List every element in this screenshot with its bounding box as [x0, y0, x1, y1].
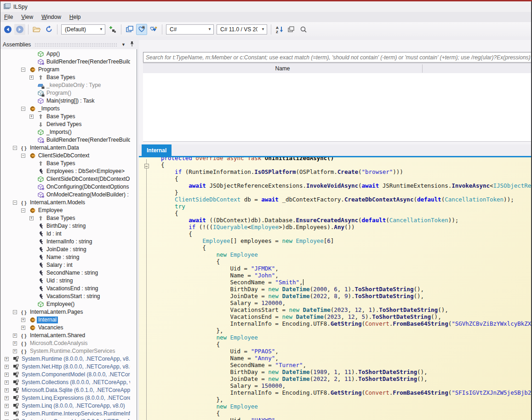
tree-item[interactable]: +Base Types: [0, 214, 130, 222]
tree-item[interactable]: Name : string: [0, 253, 130, 261]
tree-expander[interactable]: +: [5, 380, 9, 385]
sort-assemblies-icon[interactable]: AZ: [274, 24, 285, 35]
tree-expander[interactable]: −: [21, 68, 25, 72]
tree-item[interactable]: Salary : int: [0, 261, 130, 269]
tree-item[interactable]: _Imports(): [0, 128, 130, 136]
tree-expander[interactable]: +: [13, 334, 17, 338]
tree-item[interactable]: _keepDateOnly : Type: [0, 81, 130, 89]
tree-item[interactable]: +System.Runtime (8.0.0.0, .NETCoreApp, v…: [0, 355, 130, 363]
show-internal-toggle-icon[interactable]: [136, 24, 147, 35]
tree-expander[interactable]: +: [5, 412, 9, 416]
tree-item[interactable]: +Vacancies: [0, 324, 130, 332]
tree-item[interactable]: Uid : string: [0, 277, 130, 285]
panel-grip[interactable]: [34, 43, 118, 47]
tree-expander[interactable]: +: [13, 349, 17, 353]
tree-expander[interactable]: +: [29, 75, 34, 80]
tree-item[interactable]: +System.Linq.Expressions (8.0.0.0, .NETC…: [0, 394, 130, 402]
tree-item[interactable]: −_Imports: [0, 105, 130, 113]
menu-help[interactable]: Help: [65, 12, 85, 22]
search-icon[interactable]: [298, 24, 309, 35]
tree-item[interactable]: InternalInfo : string: [0, 238, 130, 246]
tree-item[interactable]: BirthDay : string: [0, 222, 130, 230]
tree-expander[interactable]: −: [21, 107, 25, 111]
tree-expander[interactable]: +: [21, 326, 25, 330]
back-button[interactable]: [2, 24, 13, 35]
menu-view[interactable]: View: [17, 12, 37, 22]
tree-expander[interactable]: +: [5, 365, 9, 369]
tree-item[interactable]: −{ }InternaLantern.Models: [0, 199, 130, 207]
tree-item[interactable]: +System.Net.Http (8.0.0.0, .NETCoreApp, …: [0, 363, 130, 371]
tree-expander[interactable]: −: [21, 208, 25, 213]
tree-expander[interactable]: −: [13, 310, 17, 314]
panel-menu-icon[interactable]: ▼: [121, 42, 126, 47]
language-combo[interactable]: C# ▼: [166, 24, 214, 35]
tree-item[interactable]: −{ }InternaLantern.Pages: [0, 308, 130, 316]
tree-item[interactable]: +Base Types: [0, 113, 130, 121]
tree-item[interactable]: BuildRenderTree(RenderTreeBuilde: [0, 58, 130, 66]
search-results-list[interactable]: [143, 73, 532, 142]
tree-item[interactable]: +System.Collections (8.0.0.0, .NETCoreAp…: [0, 379, 130, 386]
tree-item[interactable]: +System.Linq (8.0.0.0, .NETCoreApp, v8.0…: [0, 402, 130, 410]
tree-item[interactable]: VacationsEnd : string: [0, 285, 130, 293]
tree-item[interactable]: −Employee: [0, 207, 130, 214]
tree-item[interactable]: +{ }Microsoft.CodeAnalysis: [0, 339, 130, 347]
tree-item[interactable]: Derived Types: [0, 121, 130, 128]
assemblies-tree[interactable]: App()BuildRenderTree(RenderTreeBuilde−Pr…: [0, 49, 137, 420]
tree-item[interactable]: App(): [0, 50, 130, 58]
add-assembly-icon[interactable]: [107, 24, 118, 35]
tree-item[interactable]: OnConfiguring(DbContextOptions: [0, 183, 130, 191]
tree-item[interactable]: JoinDate : string: [0, 246, 130, 253]
tree-expander[interactable]: −: [13, 201, 17, 205]
tree-expander[interactable]: −: [13, 146, 17, 150]
tree-item[interactable]: Id : int: [0, 230, 130, 238]
tree-expander[interactable]: +: [21, 318, 25, 322]
show-all-members-icon[interactable]: [148, 24, 159, 35]
collapse-all-icon[interactable]: [286, 24, 297, 35]
menu-file[interactable]: File: [0, 12, 17, 22]
tree-item[interactable]: OnModelCreating(ModelBuilder) :: [0, 191, 130, 199]
tree-item[interactable]: Employee(): [0, 300, 130, 308]
language-version-combo[interactable]: C# 11.0 / VS 2022. ▼: [217, 24, 267, 35]
tree-item[interactable]: VacationsStart : string: [0, 293, 130, 300]
tree-item[interactable]: +{ }System.Runtime.CompilerServices: [0, 347, 130, 355]
tree-item[interactable]: +Base Types: [0, 74, 130, 81]
tree-item[interactable]: −{ }InternaLantern.Data: [0, 144, 130, 152]
tree-item[interactable]: Employees : DbSet<Employee>: [0, 167, 130, 175]
assembly-list-combo[interactable]: (Default) ▼: [61, 24, 105, 35]
tree-item[interactable]: SecondName : string: [0, 269, 130, 277]
tree-expander[interactable]: +: [5, 388, 9, 392]
tree-expander[interactable]: +: [13, 341, 17, 345]
pin-icon[interactable]: [130, 41, 134, 48]
decompiled-code[interactable]: protected override async Task OnInitiali…: [139, 157, 532, 420]
tree-item[interactable]: −ClientSideDbContext: [0, 152, 130, 160]
fold-collapse-icon[interactable]: [144, 164, 149, 168]
tree-expander[interactable]: +: [5, 357, 9, 361]
tab-internal[interactable]: Internal: [142, 144, 172, 156]
tree-item[interactable]: +System.Linq.Queryable (8.0.0.0, .NETCor…: [0, 418, 130, 420]
tree-expander[interactable]: +: [29, 115, 34, 119]
tree-item[interactable]: Main(string[]) : Task: [0, 97, 130, 105]
tree-item[interactable]: Program(): [0, 89, 130, 97]
tree-expander[interactable]: −: [21, 154, 25, 158]
menu-window[interactable]: Window: [37, 12, 65, 22]
forward-button[interactable]: [14, 24, 25, 35]
tree-item[interactable]: +System.ComponentModel (8.0.0.0, .NETCor…: [0, 371, 130, 379]
column-header-name[interactable]: Name: [143, 63, 422, 74]
tree-item[interactable]: +Microsoft.Data.Sqlite (6.0.1.0, .NETCor…: [0, 386, 130, 394]
tree-item[interactable]: Base Types: [0, 160, 130, 167]
tree-item[interactable]: +Internal: [0, 316, 130, 324]
tree-item[interactable]: −Program: [0, 66, 130, 74]
refresh-icon[interactable]: [43, 24, 54, 35]
tree-item[interactable]: +{ }InternaLantern.Shared: [0, 332, 130, 339]
new-window-icon[interactable]: [124, 24, 135, 35]
tree-expander[interactable]: +: [5, 404, 9, 408]
tree-item[interactable]: BuildRenderTree(RenderTreeBuilde: [0, 136, 130, 144]
tree-expander[interactable]: +: [5, 373, 9, 377]
open-file-icon[interactable]: [31, 24, 42, 35]
tree-expander[interactable]: +: [29, 216, 34, 220]
tree-item[interactable]: +System.Runtime.InteropServices.RuntimeI…: [0, 410, 130, 418]
tree-item[interactable]: ClientSideDbContext(DbContextO: [0, 175, 130, 183]
code-editor[interactable]: protected override async Task OnInitiali…: [139, 157, 532, 420]
search-input[interactable]: Search for t:TypeName, m:Member or c:Con…: [143, 52, 532, 63]
tree-expander[interactable]: +: [5, 396, 9, 400]
